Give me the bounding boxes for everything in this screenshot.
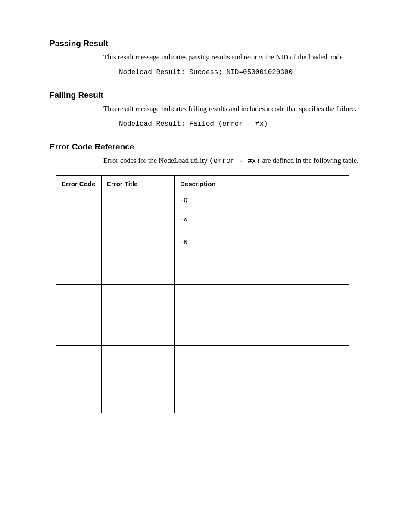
failing-text: This result message indicates failing re… — [103, 104, 364, 114]
errorcodes-text-post: are defined in the following table. — [260, 156, 358, 165]
cell-desc — [175, 389, 349, 413]
cell-code — [56, 254, 102, 263]
cell-desc — [175, 367, 349, 389]
cell-desc-mono: -N — [180, 239, 187, 246]
cell-desc-mono: -Q — [180, 197, 187, 204]
passing-code: Nodeload Result: Success; NID=0500010203… — [119, 68, 364, 78]
heading-error-code-reference: Error Code Reference — [50, 142, 364, 152]
cell-code — [56, 367, 102, 389]
table-row — [56, 315, 349, 324]
cell-title — [102, 230, 175, 254]
cell-desc — [175, 315, 349, 324]
table-row — [56, 306, 349, 315]
cell-desc — [175, 263, 349, 284]
cell-code — [56, 208, 102, 230]
cell-title — [102, 367, 175, 389]
error-code-table: Error Code Error Title Description -Q — [56, 175, 349, 413]
cell-title — [102, 306, 175, 315]
cell-code — [56, 345, 102, 367]
passing-text: This result message indicates passing re… — [103, 53, 364, 62]
failing-code: Nodeload Result: Failed (error - #x) — [119, 120, 364, 129]
errorcodes-text: Error codes for the NodeLoad utility (er… — [103, 156, 364, 166]
heading-passing-result: Passing Result — [50, 39, 364, 48]
cell-code — [56, 263, 102, 284]
cell-title — [102, 389, 175, 413]
cell-title — [102, 284, 175, 306]
cell-desc-mono: -W — [180, 216, 187, 223]
heading-failing-result: Failing Result — [50, 90, 364, 100]
section-passing-body: This result message indicates passing re… — [103, 53, 364, 78]
table-row — [56, 324, 349, 345]
cell-code — [56, 324, 102, 345]
table-header-description: Description — [175, 175, 349, 192]
cell-desc — [175, 254, 349, 263]
cell-title — [102, 324, 175, 345]
table-row — [56, 345, 349, 367]
table-row — [56, 263, 349, 284]
cell-desc — [175, 345, 349, 367]
table-row: -Q — [56, 192, 349, 208]
cell-title — [102, 263, 175, 284]
cell-desc — [175, 306, 349, 315]
table-row: -N — [56, 230, 349, 254]
cell-title — [102, 345, 175, 367]
cell-desc — [175, 284, 349, 306]
cell-code — [56, 230, 102, 254]
cell-code — [56, 315, 102, 324]
cell-title — [102, 192, 175, 208]
table-row — [56, 284, 349, 306]
cell-code — [56, 192, 102, 208]
cell-desc: -N — [175, 230, 349, 254]
section-failing-body: This result message indicates failing re… — [103, 104, 364, 129]
cell-desc: -W — [175, 208, 349, 230]
cell-title — [102, 254, 175, 263]
table-header-row: Error Code Error Title Description — [56, 175, 349, 192]
table-row — [56, 367, 349, 389]
cell-code — [56, 284, 102, 306]
cell-code — [56, 389, 102, 413]
cell-title — [102, 315, 175, 324]
table-row: -W — [56, 208, 349, 230]
table-row — [56, 254, 349, 263]
errorcodes-text-mono: (error - #x) — [209, 157, 261, 165]
table-header-title: Error Title — [102, 175, 175, 192]
cell-desc — [175, 324, 349, 345]
errorcodes-text-pre: Error codes for the NodeLoad utility — [103, 156, 209, 165]
section-errorcodes-body: Error codes for the NodeLoad utility (er… — [103, 156, 364, 166]
table-header-code: Error Code — [56, 175, 102, 192]
cell-title — [102, 208, 175, 230]
cell-code — [56, 306, 102, 315]
table-row — [56, 389, 349, 413]
cell-desc: -Q — [175, 192, 349, 208]
page: Passing Result This result message indic… — [0, 0, 411, 532]
